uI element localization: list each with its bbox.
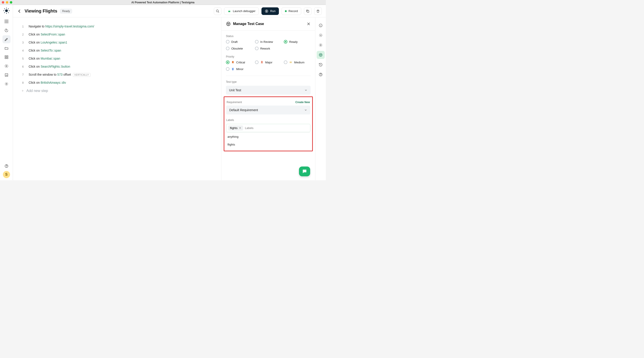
svg-point-24	[228, 23, 229, 24]
chat-icon	[302, 169, 307, 174]
svg-point-9	[7, 22, 8, 23]
svg-rect-13	[7, 58, 8, 59]
sidebar-dashboard-icon[interactable]	[2, 26, 10, 34]
label-chip: flights ✕	[228, 125, 243, 131]
status-rework[interactable]: Rework	[255, 47, 282, 50]
rail-target-icon[interactable]	[317, 31, 325, 39]
status-label: Status	[226, 35, 310, 38]
status-in-review[interactable]: In Review	[255, 40, 282, 43]
svg-point-16	[6, 83, 7, 85]
svg-point-35	[320, 75, 321, 75]
step-row[interactable]: 2Click on SelectFrom::span	[20, 30, 214, 38]
step-row[interactable]: 8Click on BritishAirways::div	[20, 79, 214, 87]
svg-rect-26	[304, 171, 305, 172]
status-draft[interactable]: Draft	[226, 40, 253, 43]
back-button[interactable]	[17, 9, 22, 14]
record-button[interactable]: Record	[282, 7, 301, 15]
sidebar-folder-icon[interactable]	[2, 44, 10, 52]
label-suggestion[interactable]: flights	[226, 141, 310, 149]
panel-title: Manage Test Case	[233, 22, 264, 26]
priority-medium[interactable]: Medium	[284, 60, 310, 64]
sidebar-settings-icon[interactable]	[2, 80, 10, 88]
svg-point-18	[6, 167, 6, 167]
chevron-down-icon	[304, 108, 307, 112]
chevrons-down-icon	[231, 67, 234, 71]
labels-input[interactable]	[245, 126, 308, 130]
step-row[interactable]: 5Click on Mumbai::span	[20, 54, 214, 62]
svg-rect-21	[307, 10, 309, 12]
test-type-select[interactable]: Unit Test	[226, 86, 310, 95]
search-button[interactable]	[214, 7, 222, 15]
close-panel-button[interactable]	[306, 22, 310, 26]
maximize-window-icon[interactable]	[10, 1, 12, 3]
svg-point-3	[7, 20, 8, 20]
remove-chip-icon[interactable]: ✕	[239, 126, 241, 130]
svg-point-6	[7, 21, 8, 22]
add-step-row[interactable]: + Add new step	[20, 87, 214, 95]
delete-button[interactable]	[314, 7, 322, 15]
svg-point-19	[216, 10, 218, 12]
launch-debugger-label: Launch debugger	[233, 9, 256, 13]
labels-label: Labels	[226, 119, 310, 122]
requirement-select[interactable]: Default Requirement	[226, 106, 310, 115]
step-row[interactable]: 3Click on LosAngeles::span1	[20, 38, 214, 46]
rail-info-icon[interactable]	[317, 21, 325, 29]
play-icon	[265, 9, 268, 13]
user-avatar[interactable]: S	[3, 171, 10, 178]
chevrons-up-icon	[260, 61, 264, 64]
close-window-icon[interactable]	[2, 1, 4, 3]
sidebar-edit-icon[interactable]	[2, 35, 10, 43]
svg-point-31	[319, 53, 322, 56]
label-suggestion[interactable]: anything	[226, 133, 310, 141]
record-label: Record	[288, 9, 298, 13]
step-row[interactable]: 7Scroll the window to 573 offset VERTICA…	[20, 71, 214, 79]
rail-manage-icon[interactable]	[317, 51, 325, 59]
priority-critical[interactable]: Critical	[226, 60, 253, 64]
labels-dropdown: anything flights	[226, 133, 310, 149]
equals-icon	[289, 61, 292, 64]
sidebar-play-icon[interactable]	[2, 62, 10, 70]
svg-rect-10	[5, 56, 6, 57]
svg-point-2	[6, 20, 7, 20]
svg-point-22	[226, 22, 230, 26]
manage-icon	[226, 21, 231, 26]
svg-point-7	[5, 22, 6, 23]
bookmark-icon	[231, 61, 234, 64]
status-ready[interactable]: Ready	[284, 40, 310, 43]
step-row[interactable]: 6Click on SearchFlights::button	[20, 62, 214, 71]
sidebar-help-icon[interactable]	[2, 162, 10, 170]
create-new-link[interactable]: Create New	[296, 101, 310, 104]
right-rail	[315, 17, 326, 180]
priority-major[interactable]: Major	[255, 60, 282, 64]
svg-rect-25	[304, 171, 306, 171]
window-title: AI Powered Test Automation Platform | Te…	[132, 1, 195, 4]
sidebar-reports-icon[interactable]	[2, 71, 10, 79]
minimize-window-icon[interactable]	[6, 1, 8, 3]
svg-point-29	[320, 35, 321, 36]
run-label: Run	[270, 9, 276, 13]
step-row[interactable]: 1Navigate to https://simply-travel.tests…	[20, 22, 214, 30]
test-type-label: Test type	[226, 80, 310, 83]
sidebar-apps-icon[interactable]	[2, 17, 10, 25]
svg-rect-11	[7, 56, 8, 57]
svg-point-4	[5, 21, 6, 22]
svg-point-5	[6, 21, 7, 22]
launch-debugger-button[interactable]: Launch debugger	[224, 7, 259, 15]
step-row[interactable]: 4Click on SelectTo::span	[20, 46, 214, 54]
copy-button[interactable]	[304, 7, 312, 15]
priority-minor[interactable]: Minor	[226, 67, 253, 71]
app-logo-icon[interactable]	[2, 7, 10, 15]
window-titlebar: AI Powered Test Automation Platform | Te…	[0, 0, 326, 5]
page-title: Viewing Flights	[24, 8, 57, 14]
sidebar-components-icon[interactable]	[2, 53, 10, 61]
rail-settings-icon[interactable]	[317, 41, 325, 49]
requirement-label: Requirement	[226, 101, 242, 104]
chat-fab-button[interactable]	[299, 167, 310, 176]
run-button[interactable]: Run	[262, 7, 279, 15]
labels-input-container[interactable]: flights ✕	[226, 124, 310, 132]
rail-help-icon[interactable]	[317, 71, 325, 79]
status-obsolete[interactable]: Obsolete	[226, 47, 253, 50]
svg-point-30	[320, 45, 321, 46]
priority-label: Priority	[226, 55, 310, 58]
rail-history-icon[interactable]	[317, 61, 325, 69]
